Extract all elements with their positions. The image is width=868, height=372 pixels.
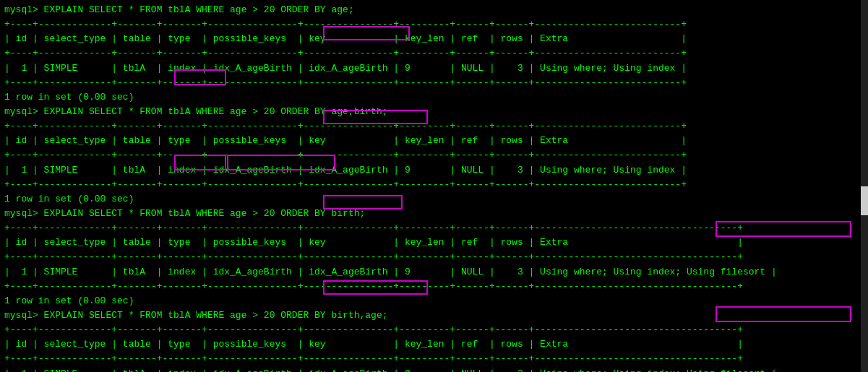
terminal-line-sep4: +----+-------------+-------+-------+----… [4,119,864,134]
terminal-output: mysql> EXPLAIN SELECT * FROM tblA WHERE … [4,3,864,372]
terminal-line-sep11: +----+-------------+-------+-------+----… [4,352,864,366]
terminal-line-row3: | 1 | SIMPLE | tblA | index | idx_A_ageB… [4,265,864,280]
scrollbar[interactable] [861,0,868,372]
terminal-line-hdr2: | id | select_type | table | type | poss… [4,134,864,148]
terminal: mysql> EXPLAIN SELECT * FROM tblA WHERE … [0,0,868,372]
terminal-line-sep2: +----+-------------+-------+-------+----… [4,46,864,61]
terminal-line-sep6: +----+-------------+-------+-------+----… [4,178,864,192]
terminal-line-sep5: +----+-------------+-------+-------+----… [4,148,864,163]
terminal-line-cmd1: mysql> EXPLAIN SELECT * FROM tblA WHERE … [4,3,864,17]
terminal-line-row1: | 1 | SIMPLE | tblA | index | idx_A_ageB… [4,61,864,76]
terminal-line-info3: 1 row in set (0.00 sec) [4,294,864,308]
terminal-line-row4: | 1 | SIMPLE | tblA | index | idx_A_ageB… [4,367,864,372]
terminal-line-row2: | 1 | SIMPLE | tblA | index | idx_A_ageB… [4,163,864,178]
terminal-line-sep9: +----+-------------+-------+-------+----… [4,280,864,294]
terminal-line-sep3: +----+-------------+-------+-------+----… [4,76,864,90]
terminal-line-cmd4: mysql> EXPLAIN SELECT * FROM tblA WHERE … [4,308,864,323]
terminal-line-info1: 1 row in set (0.00 sec) [4,90,864,105]
terminal-line-sep10: +----+-------------+-------+-------+----… [4,323,864,337]
terminal-line-cmd3: mysql> EXPLAIN SELECT * FROM tblA WHERE … [4,207,864,221]
terminal-line-hdr1: | id | select_type | table | type | poss… [4,32,864,46]
terminal-line-hdr3: | id | select_type | table | type | poss… [4,235,864,250]
terminal-line-hdr4: | id | select_type | table | type | poss… [4,337,864,352]
terminal-line-info2: 1 row in set (0.00 sec) [4,192,864,207]
terminal-line-sep7: +----+-------------+-------+-------+----… [4,221,864,235]
terminal-line-sep1: +----+-------------+-------+-------+----… [4,17,864,32]
scrollbar-thumb[interactable] [861,186,868,215]
terminal-line-sep8: +----+-------------+-------+-------+----… [4,250,864,264]
terminal-line-cmd2: mysql> EXPLAIN SELECT * FROM tblA WHERE … [4,105,864,119]
